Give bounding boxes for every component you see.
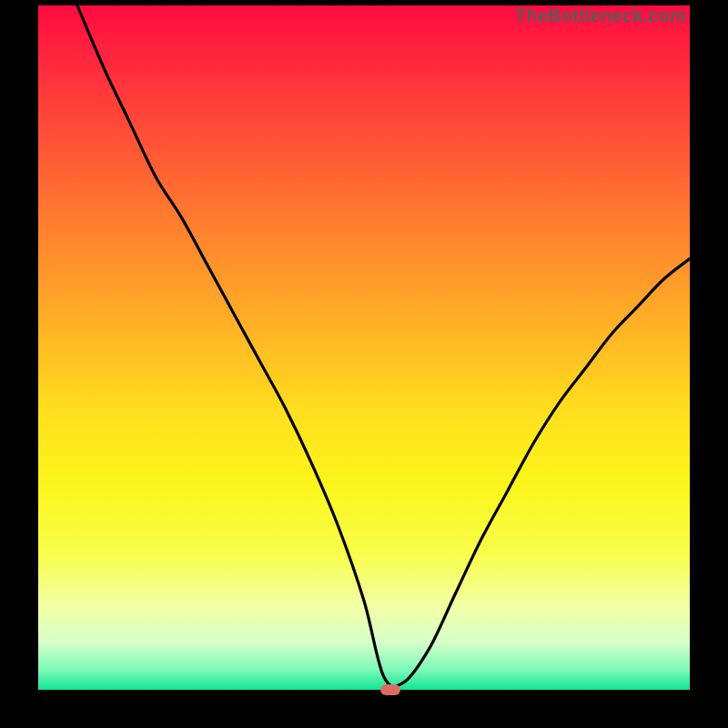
plot-area	[38, 5, 690, 690]
watermark-text: TheBottleneck.com	[515, 5, 686, 26]
chart-frame: TheBottleneck.com	[0, 0, 728, 728]
bottleneck-curve	[38, 5, 690, 690]
optimal-marker	[380, 684, 400, 695]
